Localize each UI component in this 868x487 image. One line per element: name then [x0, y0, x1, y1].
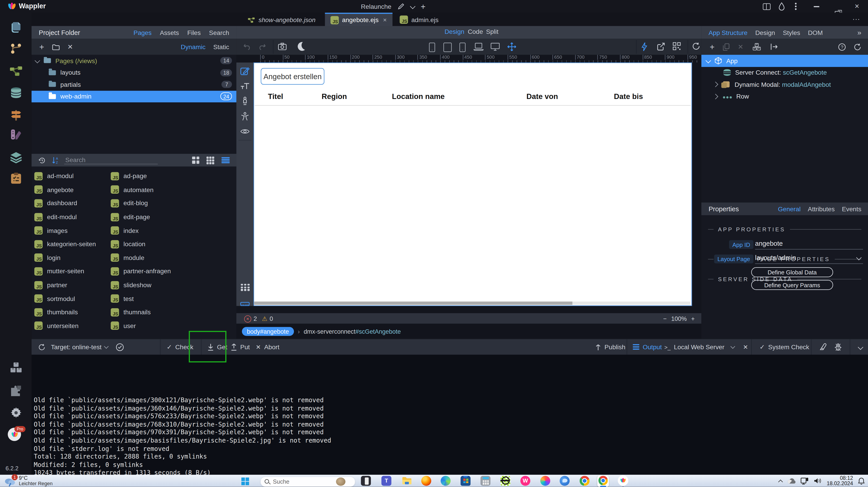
- tab-search[interactable]: Search: [209, 29, 229, 36]
- minimize-button[interactable]: [814, 6, 819, 7]
- layers-icon[interactable]: [9, 151, 23, 163]
- accessibility-icon[interactable]: [240, 112, 250, 121]
- tree-row-app[interactable]: App: [701, 55, 868, 67]
- page-file-item[interactable]: edit-page: [111, 213, 237, 221]
- tab-assets[interactable]: Assets: [160, 29, 179, 36]
- col-header-location[interactable]: Location name: [392, 92, 444, 101]
- tree-row-server-connect[interactable]: Server Connect: scGetAngebote: [701, 67, 868, 79]
- target-verified-icon[interactable]: [116, 343, 124, 351]
- qr-code-icon[interactable]: [673, 42, 681, 51]
- device-status-icon[interactable]: [801, 477, 809, 485]
- zoom-in-button[interactable]: +: [691, 315, 695, 322]
- taskbar-chrome-active[interactable]: [597, 475, 609, 487]
- target-selector[interactable]: Target: online-test: [51, 344, 101, 350]
- resize-move-icon[interactable]: [507, 42, 517, 52]
- tree-row-pages-views[interactable]: Pages (/views) 14: [32, 55, 237, 67]
- angebot-erstellen-button[interactable]: Angebot erstellen: [261, 68, 324, 85]
- device-mobile-icon[interactable]: [429, 43, 435, 52]
- mode-static[interactable]: Static: [213, 43, 229, 50]
- tab-events[interactable]: Events: [842, 206, 861, 212]
- taskbar-colors-app-icon[interactable]: [540, 476, 550, 486]
- refresh-structure-icon[interactable]: [854, 43, 861, 51]
- tree-row-row[interactable]: Row: [701, 90, 868, 102]
- text-tool-icon[interactable]: [240, 82, 250, 91]
- clear-console-icon[interactable]: [819, 343, 827, 351]
- undo-icon[interactable]: [243, 43, 251, 51]
- help-icon[interactable]: ?: [838, 43, 846, 51]
- taskbar-store-icon[interactable]: [461, 476, 470, 486]
- define-query-params-button[interactable]: Define Query Params: [751, 280, 833, 290]
- put-button[interactable]: Put: [231, 339, 250, 355]
- debug-bug-icon[interactable]: [834, 343, 842, 351]
- taskbar-wappler-icon[interactable]: [618, 475, 628, 486]
- page-file-item[interactable]: ad-page: [111, 172, 237, 181]
- onedrive-icon[interactable]: [787, 478, 796, 484]
- tab-split[interactable]: Split: [486, 28, 498, 35]
- delete-page-icon[interactable]: ✕: [67, 43, 73, 51]
- git-manager-icon[interactable]: [9, 43, 23, 55]
- taskbar-thunderbird-icon[interactable]: [560, 476, 569, 486]
- sort-az-icon[interactable]: A Z: [52, 156, 59, 164]
- tree-row-partials[interactable]: partials 7: [32, 78, 237, 90]
- theme-droplet-icon[interactable]: [778, 2, 785, 10]
- volume-icon[interactable]: [814, 478, 822, 484]
- delete-component-icon[interactable]: ✕: [738, 43, 743, 51]
- define-global-data-button[interactable]: Define Global Data: [751, 267, 833, 277]
- page-file-item[interactable]: thumbnails: [34, 308, 111, 316]
- panel-more-icon[interactable]: »: [858, 28, 862, 36]
- abort-button[interactable]: ✕Abort: [256, 339, 279, 355]
- refresh-icon[interactable]: [692, 42, 701, 51]
- tab-design-panel[interactable]: Design: [755, 29, 775, 36]
- layout-page-value[interactable]: layouts/admin: [755, 254, 863, 264]
- tab-close-icon[interactable]: ×: [383, 17, 386, 23]
- page-file-item[interactable]: partner-anfragen: [111, 267, 237, 275]
- target-dropdown-icon[interactable]: [104, 344, 109, 349]
- redo-icon[interactable]: [258, 43, 267, 51]
- resource-checklist-icon[interactable]: [9, 172, 23, 184]
- api-workflows-icon[interactable]: [9, 65, 23, 77]
- tab-code[interactable]: Code: [468, 28, 483, 35]
- design-styles-icon[interactable]: [9, 128, 23, 140]
- pages-panel-icon[interactable]: [9, 21, 23, 33]
- page-file-item[interactable]: index: [111, 226, 237, 235]
- tab-styles-panel[interactable]: Styles: [783, 29, 800, 36]
- wappler-pro-icon[interactable]: Pro: [8, 428, 22, 442]
- tray-expand-icon[interactable]: [778, 479, 783, 484]
- tab-show-angebote-json[interactable]: show-angebote.json: [242, 12, 321, 26]
- extensions-icon[interactable]: [9, 385, 23, 397]
- page-file-item[interactable]: mutter-seiten: [34, 267, 111, 275]
- menu-kebab-icon[interactable]: [795, 5, 797, 7]
- packages-icon[interactable]: [9, 361, 23, 374]
- publish-button[interactable]: Publish: [595, 339, 625, 355]
- page-file-item[interactable]: edit-modul: [34, 213, 111, 221]
- design-canvas[interactable]: Angebot erstellen Titel Region Location …: [253, 62, 692, 306]
- preview-eye-icon[interactable]: [240, 127, 250, 136]
- pages-search-input[interactable]: [64, 156, 158, 164]
- server-dropdown-icon[interactable]: [731, 344, 735, 349]
- tree-row-layouts[interactable]: layouts 18: [32, 67, 237, 79]
- tree-row-web-admin[interactable]: web-admin 24: [32, 90, 237, 102]
- tabstrip-more-button[interactable]: ...: [852, 13, 860, 22]
- page-file-item[interactable]: location: [111, 240, 237, 248]
- page-file-item[interactable]: test: [111, 294, 237, 303]
- taskbar-search[interactable]: [260, 476, 355, 487]
- tray-clock[interactable]: 08:12 18.02.2024: [827, 475, 853, 486]
- add-page-icon[interactable]: +: [39, 42, 44, 52]
- tab-attributes[interactable]: Attributes: [808, 206, 835, 212]
- page-file-item[interactable]: edit-blog: [111, 199, 237, 207]
- page-file-item[interactable]: unterseiten: [34, 322, 111, 330]
- tab-admin-ejs[interactable]: admin.ejs: [394, 12, 444, 26]
- export-structure-icon[interactable]: [770, 43, 778, 50]
- page-file-item[interactable]: images: [34, 226, 111, 235]
- component-library-icon[interactable]: [752, 43, 761, 51]
- col-header-date-von[interactable]: Date von: [526, 92, 558, 101]
- close-button[interactable]: ×: [855, 2, 859, 10]
- tab-angebote-ejs[interactable]: angebote.ejs ×: [325, 12, 392, 26]
- page-file-item[interactable]: sortmodul: [34, 294, 111, 303]
- page-file-item[interactable]: dashboard: [34, 199, 111, 207]
- edit-mode-icon[interactable]: [240, 66, 250, 76]
- breadcrumb-serverconnect[interactable]: dmx-serverconnect#scGetAngebote: [304, 328, 401, 334]
- collapse-icon[interactable]: [35, 58, 40, 63]
- split-view-icon[interactable]: [763, 3, 771, 10]
- taskbar-phone-link-icon[interactable]: [361, 476, 371, 486]
